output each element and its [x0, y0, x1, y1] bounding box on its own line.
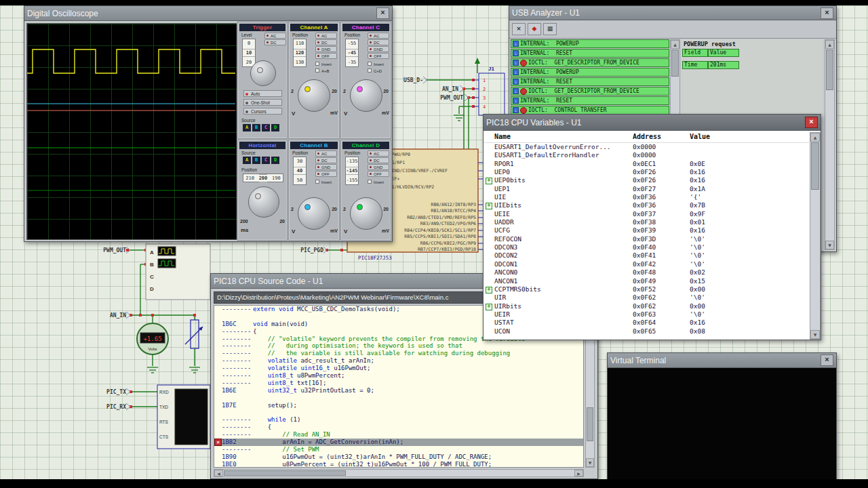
scroll-down-icon[interactable] [825, 241, 834, 249]
serial-terminal-component[interactable]: RXD TXD RTS CTS [157, 385, 210, 449]
terminal-pic-pgd[interactable]: PIC_PGD [300, 247, 327, 253]
variable-row[interactable]: EUSART1_DefaultErrorHandler 0x0000 [484, 151, 809, 159]
code-line[interactable] [214, 394, 583, 402]
timebase-knob[interactable] [248, 186, 279, 218]
code-line[interactable]: -------- uint8_t u8PwmPercent; [214, 372, 583, 380]
variables-scrollbar[interactable] [810, 132, 821, 340]
trigger-ac-button[interactable]: AC [264, 33, 286, 39]
channel-d-ac-button[interactable]: AC [368, 150, 389, 157]
channel-a-gnd-button[interactable]: GND [315, 46, 337, 52]
channel-c-dc-button[interactable]: DC [368, 39, 389, 45]
source-a[interactable]: A [243, 157, 251, 164]
variable-row[interactable]: UIRbits 0x0F62 0x00 [484, 302, 809, 310]
variable-row[interactable]: ANCON0 0x0F48 0x02 [484, 268, 809, 277]
code-line[interactable]: -------- volatile adc_result_t arAnIn; [214, 357, 583, 365]
variable-row[interactable]: UIR 0x0F62 '\0' [484, 293, 809, 302]
variable-row[interactable]: RPOR1 0x0EC1 0x0E [484, 160, 809, 168]
channel-b-gain-knob[interactable] [298, 197, 330, 230]
voltmeter[interactable]: +1.65 Volts [137, 323, 168, 354]
scroll-right-icon[interactable] [574, 470, 583, 476]
variable-row[interactable]: UCFG 0x0F39 0x16 [484, 226, 809, 235]
trigger-dc-button[interactable]: DC [264, 39, 286, 45]
virtual-terminal-titlebar[interactable]: Virtual Terminal [608, 353, 836, 368]
source-b[interactable]: B [252, 157, 260, 164]
close-icon[interactable] [376, 7, 389, 19]
trigger-level-knob[interactable] [250, 60, 276, 86]
channel-b-gnd-button[interactable]: GND [315, 164, 337, 170]
clear-button[interactable] [512, 23, 526, 35]
channel-b-dc-button[interactable]: DC [315, 157, 337, 163]
code-line[interactable]: 1B7E setup(); [214, 402, 583, 409]
code-line[interactable]: -------- // Set PWM [214, 446, 583, 453]
terminal-an-in[interactable]: AN_IN [110, 312, 130, 319]
code-horizontal-scrollbar[interactable] [214, 469, 584, 477]
variable-row[interactable]: ODCON1 0x0F42 '\0' [484, 260, 809, 268]
source-c[interactable]: C [262, 157, 270, 164]
usb-event-row[interactable]: IOCTL: GET_DESCRIPTOR_FROM_DEVICE [511, 58, 669, 67]
variable-row[interactable]: UEP0bits 0x0F26 0x16 [484, 176, 809, 184]
expand-icon[interactable] [486, 178, 492, 184]
channel-b-ac-button[interactable]: AC [315, 150, 337, 157]
variable-row[interactable]: UEP0 0x0F26 0x16 [484, 168, 809, 176]
code-line[interactable]: -------- // Read AN_IN [214, 431, 583, 439]
scrollbar-thumb[interactable] [224, 470, 346, 476]
scrollbar-thumb[interactable] [826, 49, 833, 90]
scrollbar-thumb[interactable] [671, 49, 679, 77]
channel-d-invert-checkbox[interactable]: Invert [368, 180, 384, 185]
one-shot-button[interactable]: One-Shot [243, 99, 282, 106]
code-line[interactable]: -------- // during optimisation; the key… [214, 342, 583, 350]
scroll-up-icon[interactable] [671, 40, 679, 49]
source-d[interactable]: D [271, 124, 279, 131]
source-a[interactable]: A [243, 124, 251, 131]
cursors-button[interactable]: Cursors [243, 108, 282, 115]
channel-d-gain-knob[interactable] [350, 197, 382, 230]
channel-d-position-thumbwheel[interactable]: -135 -145 -155 [345, 157, 359, 185]
terminal-an-in-top[interactable]: AN_IN [442, 85, 464, 92]
oscilloscope-probe-block[interactable]: A B C D [146, 244, 210, 300]
horizontal-position-thumbwheel[interactable]: 210 200 190 [243, 174, 283, 182]
usb-event-row[interactable]: INTERNAL: RESET [511, 77, 669, 86]
channel-a-dc-button[interactable]: DC [315, 39, 337, 45]
variable-row[interactable]: UEP1 0x0F27 0x1A [484, 185, 809, 193]
terminal-pic-tx[interactable]: PIC_TX [106, 388, 130, 395]
j1-connector[interactable]: J1 1 2 3 4 [473, 66, 505, 115]
usb-event-row[interactable]: INTERNAL: POWERUP [511, 68, 669, 77]
channel-a-gain-knob[interactable] [298, 79, 330, 112]
variable-row[interactable]: EUSART1_DefaultOverrunError... 0x0000 [484, 143, 809, 151]
code-line[interactable]: 1BE0 u8PwmPercent = (uint32_t)u16PwmOut … [214, 461, 583, 468]
channel-c-off-button[interactable]: OFF [368, 53, 389, 59]
scroll-up-icon[interactable] [810, 133, 820, 142]
scroll-up-icon[interactable] [825, 40, 834, 49]
code-line[interactable]: 1B82 arAnIn = ADC_GetConversion(inAn); [214, 439, 583, 446]
variable-row[interactable]: UADDR 0x0F38 0x01 [484, 218, 809, 226]
variable-row[interactable]: UEIR 0x0F63 '\0' [484, 310, 809, 319]
channel-b-off-button[interactable]: OFF [315, 171, 337, 177]
auto-button[interactable]: Auto [243, 90, 282, 97]
variable-row[interactable]: UCON 0x0F65 0x08 [484, 327, 809, 336]
code-line[interactable]: -------- // the variable is still availa… [214, 350, 583, 357]
expand-icon[interactable] [486, 304, 492, 310]
scrollbar-thumb[interactable] [811, 142, 819, 190]
channel-d-dc-button[interactable]: DC [368, 157, 389, 163]
channel-a-invert-checkbox[interactable]: Invert [315, 62, 332, 67]
terminal-usb-dm[interactable]: USB_D- [403, 77, 427, 83]
code-line[interactable]: -------- { [214, 424, 583, 431]
variable-row[interactable]: UIE 0x0F36 '{' [484, 193, 809, 201]
variables-rows[interactable]: EUSART1_DefaultOverrunError... 0x0000 EU… [484, 143, 809, 340]
channel-a-position-thumbwheel[interactable]: 110 120 130 [293, 39, 307, 67]
variable-row[interactable]: UEIE 0x0F37 0x9F [484, 210, 809, 218]
source-c[interactable]: C [262, 124, 270, 131]
channel-a-combine-checkbox[interactable]: A+B [315, 68, 330, 74]
code-line[interactable]: -------- while (1) [214, 416, 583, 424]
capture-button[interactable] [528, 23, 541, 35]
close-icon[interactable] [805, 117, 818, 128]
scrollbar-thumb[interactable] [587, 407, 593, 441]
expand-icon[interactable] [486, 203, 492, 209]
usb-event-row[interactable]: INTERNAL: RESET [511, 49, 669, 58]
channel-c-position-thumbwheel[interactable]: -55 -45 -35 [345, 39, 359, 67]
channel-c-gnd-button[interactable]: GND [368, 46, 389, 52]
scroll-down-icon[interactable] [586, 458, 594, 467]
code-line[interactable]: 1B6E uint32_t u32PrintOutLast = 0; [214, 387, 583, 394]
usb-event-row[interactable]: INTERNAL: POWERUP [511, 39, 669, 48]
terminal-output[interactable] [608, 368, 836, 481]
